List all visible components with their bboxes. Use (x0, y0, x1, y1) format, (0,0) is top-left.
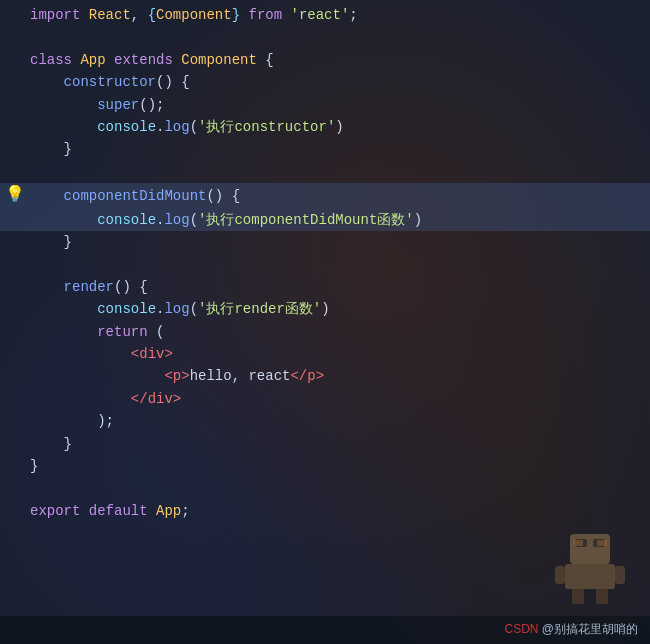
code-token: super (97, 97, 139, 113)
code-token: console (97, 301, 156, 317)
line-content: class App extends Component { (26, 49, 642, 71)
code-token: () { (114, 279, 148, 295)
code-token: extends (114, 52, 181, 68)
code-token: { (265, 52, 273, 68)
line-content: return ( (26, 321, 642, 343)
line-content: import React, {Component} from 'react'; (26, 4, 642, 26)
line-content: ); (26, 410, 642, 432)
code-line: 💡 componentDidMount() { (0, 183, 650, 209)
code-token: { (148, 7, 156, 23)
code-token (30, 74, 64, 90)
code-line: } (0, 433, 650, 455)
line-content: constructor() { (26, 71, 642, 93)
line-content: </div> (26, 388, 642, 410)
code-token: constructor (64, 74, 156, 90)
line-content: } (26, 138, 642, 160)
code-token: render (64, 279, 114, 295)
line-content: <div> (26, 343, 642, 365)
code-token: ); (30, 413, 114, 429)
code-token: console (97, 212, 156, 228)
code-line (0, 26, 650, 48)
code-token (30, 279, 64, 295)
code-token: } (232, 7, 249, 23)
status-bar: CSDN @别搞花里胡哨的 (0, 616, 650, 644)
line-content: console.log('执行constructor') (26, 116, 642, 138)
line-content: } (26, 433, 642, 455)
code-line: <p>hello, react</p> (0, 365, 650, 387)
code-line: import React, {Component} from 'react'; (0, 4, 650, 26)
watermark-csdn: CSDN (504, 622, 541, 636)
code-token: App (156, 503, 181, 519)
code-token: </p> (290, 368, 324, 384)
code-line: </div> (0, 388, 650, 410)
line-content: } (26, 455, 642, 477)
code-token: () { (206, 188, 240, 204)
code-token (30, 391, 131, 407)
bulb-icon: 💡 (5, 183, 25, 209)
watermark-handle: @别搞花里胡哨的 (542, 622, 638, 636)
line-content (26, 477, 642, 499)
code-token: componentDidMount (30, 188, 206, 204)
code-token: Component (181, 52, 265, 68)
code-token: () { (156, 74, 190, 90)
code-token: hello, react (190, 368, 291, 384)
code-line: return ( (0, 321, 650, 343)
code-token: React (89, 7, 131, 23)
code-token (30, 368, 164, 384)
code-token: </div> (131, 391, 181, 407)
line-content: <p>hello, react</p> (26, 365, 642, 387)
code-line: render() { (0, 276, 650, 298)
code-token: '执行componentDidMount函数' (198, 212, 414, 228)
line-content: super(); (26, 94, 642, 116)
code-token: ; (181, 503, 189, 519)
code-line: ); (0, 410, 650, 432)
code-token: (); (139, 97, 164, 113)
code-token: ( (190, 119, 198, 135)
code-line: } (0, 138, 650, 160)
code-token: } (30, 436, 72, 452)
line-content: export default App; (26, 500, 642, 522)
watermark: CSDN @别搞花里胡哨的 (504, 620, 638, 639)
code-token: '执行render函数' (198, 301, 321, 317)
code-token: log (164, 212, 189, 228)
code-token: App (80, 52, 114, 68)
code-token: import (30, 7, 89, 23)
code-line: console.log('执行constructor') (0, 116, 650, 138)
code-token: log (164, 301, 189, 317)
code-line (0, 477, 650, 499)
line-content: console.log('执行componentDidMount函数') (26, 209, 642, 231)
code-line: } (0, 231, 650, 253)
line-content: componentDidMount() { (26, 185, 642, 207)
code-editor: import React, {Component} from 'react'; … (0, 0, 650, 616)
code-line: class App extends Component { (0, 49, 650, 71)
code-line: super(); (0, 94, 650, 116)
code-token: ) (321, 301, 329, 317)
code-token: } (30, 458, 38, 474)
code-line: constructor() { (0, 71, 650, 93)
code-token: ( (156, 324, 164, 340)
code-line: console.log('执行render函数') (0, 298, 650, 320)
code-token: console (97, 119, 156, 135)
line-content (26, 254, 642, 276)
code-token: , (131, 7, 148, 23)
code-token (30, 212, 97, 228)
code-token: ( (190, 212, 198, 228)
code-token: ) (335, 119, 343, 135)
code-token: 'react' (291, 7, 350, 23)
line-content: render() { (26, 276, 642, 298)
code-token: } (30, 141, 72, 157)
line-content: console.log('执行render函数') (26, 298, 642, 320)
code-token: class (30, 52, 80, 68)
code-token: ( (190, 301, 198, 317)
line-content (26, 26, 642, 48)
code-token: ; (349, 7, 357, 23)
code-token (30, 119, 97, 135)
code-line (0, 161, 650, 183)
code-token: <p> (164, 368, 189, 384)
code-token: default (89, 503, 156, 519)
code-token: export (30, 503, 89, 519)
code-line: export default App; (0, 500, 650, 522)
code-line (0, 254, 650, 276)
line-gutter: 💡 (4, 183, 26, 209)
code-token: '执行constructor' (198, 119, 335, 135)
